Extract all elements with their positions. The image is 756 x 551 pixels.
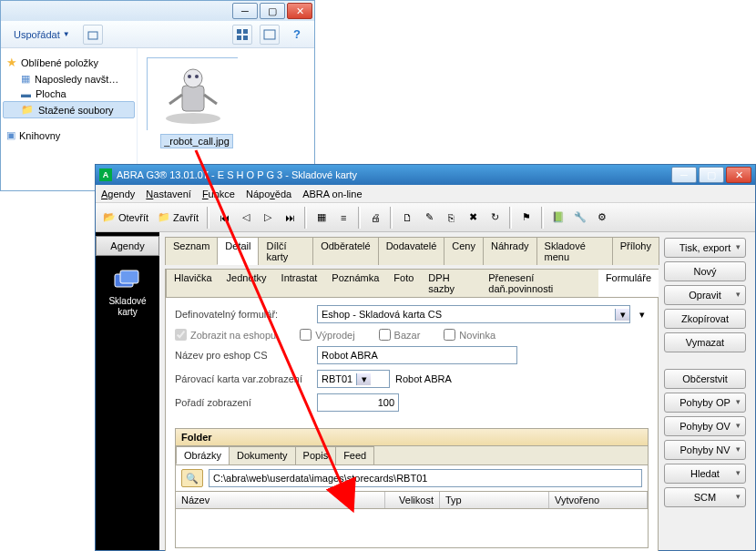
menu-agendy[interactable]: Agendy xyxy=(101,189,135,199)
svg-point-10 xyxy=(188,75,191,78)
tab-prilohy[interactable]: Přílohy xyxy=(612,237,659,265)
defform-label: Definovatelný formulář: xyxy=(175,309,312,320)
nav-first-icon[interactable]: ⏮ xyxy=(214,208,234,228)
menu-online[interactable]: ABRA on-line xyxy=(302,189,362,199)
tab-detail[interactable]: Detail xyxy=(217,237,259,265)
close-button[interactable]: ✕ xyxy=(287,3,312,19)
col-velikost[interactable]: Velikost xyxy=(385,492,440,508)
tab-sklmenu[interactable]: Skladové menu xyxy=(536,237,613,265)
list-icon[interactable]: ≡ xyxy=(333,208,353,228)
btn-opravit[interactable]: Opravit xyxy=(664,285,746,305)
grid-body[interactable] xyxy=(176,509,648,547)
btn-obcerstvit[interactable]: Občerstvit xyxy=(664,369,746,389)
tab-prenes[interactable]: Přenesení daň.povinnosti xyxy=(481,270,599,297)
tool-c-icon[interactable]: 🔧 xyxy=(570,208,590,228)
libraries-header[interactable]: ▣Knihovny xyxy=(3,128,135,143)
edit-icon[interactable]: ✎ xyxy=(419,208,439,228)
sidebar-item-skladove[interactable]: Skladovékarty xyxy=(96,267,159,318)
nav-prev-icon[interactable]: ◁ xyxy=(236,208,256,228)
new-icon[interactable]: 🗋 xyxy=(397,208,417,228)
nav-desktop[interactable]: ▬Plocha xyxy=(3,87,135,101)
abra-close-button[interactable]: ✕ xyxy=(726,167,751,183)
abra-window: A ABRA G3® 13.01.07 - E S H O P G 3 - Sk… xyxy=(95,164,756,551)
tab-nahrady[interactable]: Náhrady xyxy=(483,237,537,265)
maximize-button[interactable]: ▢ xyxy=(260,3,285,19)
defform-combo[interactable]: Eshop - Skladová karta CS▾ xyxy=(317,305,630,323)
nazev-input[interactable] xyxy=(317,346,517,364)
nav-recent[interactable]: ▦Naposledy navšt… xyxy=(3,71,135,87)
btn-novy[interactable]: Nový xyxy=(664,261,746,281)
btn-scm[interactable]: SCM xyxy=(664,487,746,507)
menu-napoveda[interactable]: Nápověda xyxy=(246,189,291,199)
path-input[interactable] xyxy=(209,469,642,487)
tool-a-icon[interactable]: ⚑ xyxy=(516,208,536,228)
btn-pohyby-ov[interactable]: Pohyby OV xyxy=(664,416,746,436)
favorites-header[interactable]: ★Oblíbené položky xyxy=(3,54,135,71)
tab-intrastat[interactable]: Intrastat xyxy=(274,270,326,297)
abra-titlebar: A ABRA G3® 13.01.07 - E S H O P G 3 - Sk… xyxy=(96,165,755,185)
grid-icon[interactable]: ▦ xyxy=(312,208,332,228)
menu-nastaveni[interactable]: Nastavení xyxy=(146,189,191,199)
copy-icon[interactable]: ⎘ xyxy=(441,208,461,228)
chk-bazar[interactable]: Bazar xyxy=(379,329,421,341)
minimize-button[interactable]: ─ xyxy=(232,3,258,19)
tab-jednotky[interactable]: Jednotky xyxy=(220,270,275,297)
svg-rect-0 xyxy=(88,32,97,39)
delete-icon[interactable]: ✖ xyxy=(463,208,483,228)
agendy-header[interactable]: Agendy xyxy=(96,236,159,256)
btn-hledat[interactable]: Hledat xyxy=(664,464,746,484)
print-icon[interactable]: 🖨 xyxy=(365,208,385,228)
folder-search-icon[interactable]: 🔍 xyxy=(181,469,203,487)
preview-icon[interactable] xyxy=(260,25,280,45)
svg-rect-4 xyxy=(243,36,248,40)
btn-pohyby-op[interactable]: Pohyby OP xyxy=(664,393,746,413)
nav-last-icon[interactable]: ⏭ xyxy=(280,208,300,228)
chk-novinka[interactable]: Novinka xyxy=(444,329,495,341)
right-buttons: Tisk, export Nový Opravit Zkopírovat Vym… xyxy=(664,236,751,546)
organize-button[interactable]: Uspořádat ▼ xyxy=(8,26,76,43)
tool-b-icon[interactable]: 📗 xyxy=(548,208,568,228)
abra-logo-icon: A xyxy=(99,168,112,181)
tab-hlavicka[interactable]: Hlavička xyxy=(166,270,220,297)
toolbar-close[interactable]: 📁Zavřít xyxy=(154,211,202,223)
tab-ceny[interactable]: Ceny xyxy=(444,237,484,265)
tab-foto[interactable]: Foto xyxy=(386,270,422,297)
tab-poznamka[interactable]: Poznámka xyxy=(324,270,387,297)
tab-dph[interactable]: DPH sazby xyxy=(421,270,482,297)
btn-tisk[interactable]: Tisk, export xyxy=(664,238,746,258)
tab-dilci[interactable]: Dílčí karty xyxy=(258,237,313,265)
ftab-obrazky[interactable]: Obrázky xyxy=(176,446,230,464)
abra-maximize-button[interactable]: ▢ xyxy=(699,167,724,183)
share-icon[interactable] xyxy=(83,25,103,45)
tool-d-icon[interactable]: ⚙ xyxy=(592,208,612,228)
explorer-window: ─ ▢ ✕ Uspořádat ▼ ? ★Oblíbené položky ▦N… xyxy=(0,0,315,191)
ftab-feed[interactable]: Feed xyxy=(335,446,374,464)
file-thumbnail[interactable]: _robot_call.jpg xyxy=(147,57,247,181)
btn-vymazat[interactable]: Vymazat xyxy=(664,332,746,352)
col-vytvoreno[interactable]: Vytvořeno xyxy=(549,492,648,508)
parovaci-combo[interactable]: RBT01▾ xyxy=(317,370,390,388)
chk-vyprodej[interactable]: Výprodej xyxy=(300,329,354,341)
col-nazev[interactable]: Název xyxy=(176,492,385,508)
nav-downloads[interactable]: 📁Stažené soubory xyxy=(3,101,135,118)
col-typ[interactable]: Typ xyxy=(440,492,549,508)
abra-minimize-button[interactable]: ─ xyxy=(671,167,697,183)
poradi-input[interactable] xyxy=(317,393,399,412)
tab-dodavatele[interactable]: Dodavatelé xyxy=(378,237,445,265)
tabs-level2: Hlavička Jednotky Intrastat Poznámka Fot… xyxy=(166,270,658,298)
btn-zkopirovat[interactable]: Zkopírovat xyxy=(664,309,746,329)
ftab-dokumenty[interactable]: Dokumenty xyxy=(229,446,296,464)
btn-pohyby-nv[interactable]: Pohyby NV xyxy=(664,440,746,460)
help-icon[interactable]: ? xyxy=(287,25,307,45)
ftab-popis[interactable]: Popis xyxy=(295,446,337,464)
tab-formulare[interactable]: Formuláře xyxy=(598,270,659,297)
chk-zobrazit[interactable]: Zobrazit na eshopu xyxy=(175,329,276,341)
view-icon[interactable] xyxy=(232,25,252,45)
menu-funkce[interactable]: Funkce xyxy=(202,189,235,199)
tab-seznam[interactable]: Seznam xyxy=(165,237,218,265)
toolbar-open[interactable]: 📂Otevřít xyxy=(99,211,152,223)
nav-next-icon[interactable]: ▷ xyxy=(258,208,278,228)
tab-odberatele[interactable]: Odběratelé xyxy=(312,237,378,265)
defform-extra-dd[interactable]: ▾ xyxy=(636,309,649,321)
refresh-icon[interactable]: ↻ xyxy=(485,208,505,228)
